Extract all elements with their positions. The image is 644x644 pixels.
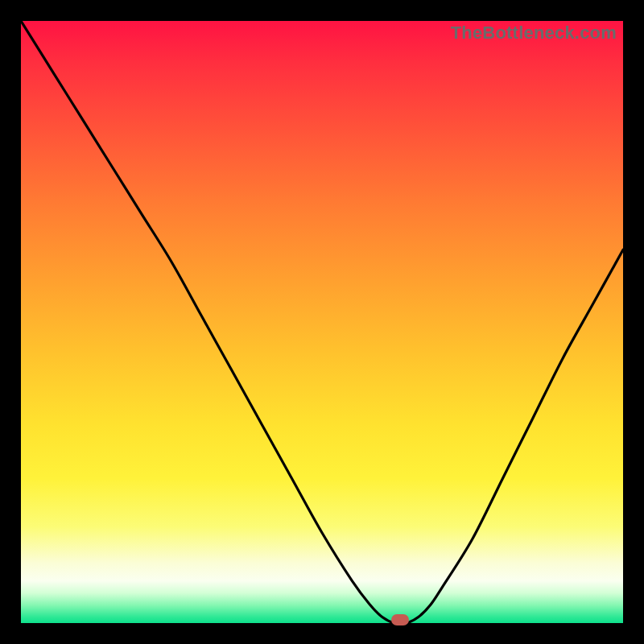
bottleneck-curve: [21, 21, 623, 623]
chart-frame: TheBottleneck.com: [0, 0, 644, 644]
plot-area: TheBottleneck.com: [21, 21, 623, 623]
optimal-marker: [391, 614, 409, 625]
